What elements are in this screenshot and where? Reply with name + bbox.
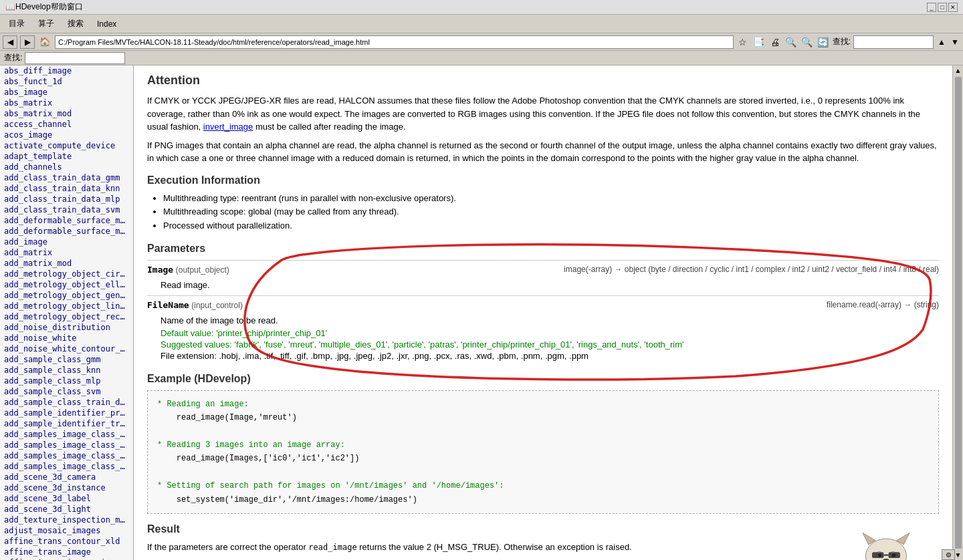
close-button[interactable]: ✕ [948,3,958,12]
sidebar-item[interactable]: add_image [0,237,133,247]
sidebar-item[interactable]: abs_matrix_mod [0,108,133,119]
sidebar-item[interactable]: abs_diff_image [0,65,133,76]
scroll-down-button[interactable]: ▼ [950,35,960,49]
sidebar-item[interactable]: access_channel [0,119,133,130]
param-image-name: Image (output_object) [147,265,229,275]
sidebar-item[interactable]: add_class_train_data_knn [0,183,133,194]
forward-button[interactable]: ▶ [20,35,35,49]
scroll-up-arrow[interactable]: ▲ [954,65,963,76]
sidebar-item[interactable]: add_metrology_object_rectang. [0,311,133,322]
sidebar-item[interactable]: add_metrology_object_generic [0,290,133,301]
sidebar-item[interactable]: adjust_mosaic_images [0,525,133,536]
sidebar-item[interactable]: add_scene_3d_light [0,504,133,515]
minimize-button[interactable]: _ [927,3,936,12]
toolbar-operators[interactable]: 算子 [32,16,60,31]
sidebar-item[interactable]: add_class_train_data_gmm [0,172,133,183]
param-filename-default: Default value: 'printer_chip/printer_chi… [160,328,926,338]
parameters-heading: Parameters [147,243,939,255]
print-button[interactable]: 🖨 [768,35,782,49]
sidebar-item[interactable]: add_samples_image_class_gmm [0,429,133,440]
sidebar-item[interactable]: add_samples_image_class_knn [0,440,133,450]
toolbar: 目录 算子 搜索 Index [0,15,963,33]
sidebar-item[interactable]: add_sample_identifier_traini [0,418,133,429]
toolbar-contents[interactable]: 目录 [3,16,31,31]
sidebar-item[interactable]: affine_trans_contour_xld [0,536,133,547]
sidebar-item[interactable]: add_noise_white_contour_xld [0,343,133,354]
sidebar-item[interactable]: add_metrology_object_circle_r [0,269,133,279]
code-comment3: * Setting of search path for images on '… [157,481,504,491]
address-input[interactable] [55,35,734,49]
back-button[interactable]: ◀ [3,35,17,49]
sidebar-item[interactable]: abs_matrix [0,98,133,108]
home-button[interactable]: 🏠 [37,35,52,49]
code-block: * Reading an image: read_image(Image,'mr… [147,390,939,514]
sidebar-item[interactable]: add_class_train_data_svm [0,204,133,215]
find-input[interactable] [25,52,125,64]
exec-bullet-3: Processed without parallelization. [163,219,939,233]
invert-image-link[interactable]: invert_image [203,122,253,132]
svg-rect-9 [889,552,901,558]
param-filename-type: filename.read(-array) → (string) [827,300,939,309]
sidebar-item[interactable]: activate_compute_device [0,140,133,151]
sidebar-item[interactable]: add_deformable_surface_model_ [0,226,133,237]
sidebar-item[interactable]: add_scene_3d_instance [0,482,133,493]
sidebar-item[interactable]: add_sample_class_train_data [0,397,133,408]
sidebar-item[interactable]: add_metrology_object_ellipse_r [0,279,133,290]
titlebar: 📖 HDevelop帮助窗口 _ □ ✕ [0,0,963,15]
sidebar-item[interactable]: add_sample_class_svm [0,386,133,397]
scroll-up-button[interactable]: ▲ [936,35,947,49]
bookmark-button[interactable]: ☆ [736,35,750,49]
scrollbar-right[interactable]: ▲ ▼ [952,65,963,560]
titlebar-icon: 📖 [5,3,15,12]
sidebar-item[interactable]: add_deformable_surface_model_ [0,215,133,226]
svg-rect-8 [872,552,884,558]
sidebar-item[interactable]: add_sample_class_knn [0,365,133,376]
search-input[interactable] [853,35,934,49]
param-image-row: Image (output_object) image(-array) → ob… [147,260,939,279]
sidebar-item[interactable]: add_sample_identifier_prepar [0,408,133,418]
sidebar-item[interactable]: add_metrology_object_line_me [0,301,133,311]
param-filename-details: Name of the image to be read. Default va… [147,314,939,364]
sidebar-item[interactable]: add_samples_image_class_svm [0,461,133,472]
sidebar-item[interactable]: affine_trans_image [0,547,133,557]
zoom-out-icon[interactable]: 🔍 [800,35,814,49]
sidebar-item[interactable]: add_noise_white [0,333,133,343]
toolbar-index[interactable]: Index [91,17,122,31]
sidebar-item[interactable]: abs_funct_1d [0,76,133,87]
exec-bullet-1: Multithreading type: reentrant (runs in … [163,192,939,206]
sidebar-item[interactable]: add_matrix_mod [0,258,133,269]
zoom-in-icon[interactable]: 🔍 [784,35,798,49]
code-line1: read_image(Image,'mreut') [157,413,297,422]
sidebar-item[interactable]: add_texture_inspection_model_ [0,515,133,525]
result-heading: Result [147,523,939,535]
add-bookmark-button[interactable]: 📑 [752,35,766,49]
code-comment1: * Reading an image: [157,400,249,409]
sidebar-item[interactable]: add_sample_class_gmm [0,354,133,365]
attention-para2: If PNG images that contain an alpha chan… [147,139,939,165]
sidebar-item[interactable]: add_scene_3d_camera [0,472,133,482]
sidebar-item[interactable]: add_channels [0,162,133,172]
sidebar-item[interactable]: add_scene_3d_label [0,493,133,504]
scroll-thumb[interactable] [955,77,962,549]
sidebar[interactable]: abs_diff_imageabs_funct_1dabs_imageabs_m… [0,65,134,560]
maximize-button[interactable]: □ [938,3,947,12]
exec-bullet-2: Multithreading scope: global (may be cal… [163,205,939,219]
sidebar-item[interactable]: add_noise_distribution [0,322,133,333]
toolbar-search[interactable]: 搜索 [62,16,90,31]
refresh-button[interactable]: 🔄 [817,35,830,49]
window-controls[interactable]: _ □ ✕ [927,3,958,12]
param-filename-ext: File extension: .hobj, .ima, .tif, .tiff… [160,351,926,361]
sidebar-item[interactable]: add_samples_image_class_mlp [0,450,133,461]
sidebar-item[interactable]: abs_image [0,87,133,98]
sidebar-item[interactable]: add_sample_class_mlp [0,376,133,386]
sidebar-item[interactable]: acos_image [0,130,133,140]
search-label: 查找: [833,36,851,47]
code-line3: set_system('image_dir','/mnt/images:/hom… [157,495,417,505]
example-heading: Example (HDevelop) [147,373,939,385]
sidebar-item[interactable]: adapt_template [0,151,133,162]
sidebar-item[interactable]: add_class_train_data_mlp [0,194,133,204]
sidebar-item[interactable]: add_matrix [0,247,133,258]
execution-heading: Execution Information [147,174,939,186]
small-icon-1[interactable]: ⚙ [942,549,955,560]
param-filename-desc: Name of the image to be read. [160,315,926,325]
